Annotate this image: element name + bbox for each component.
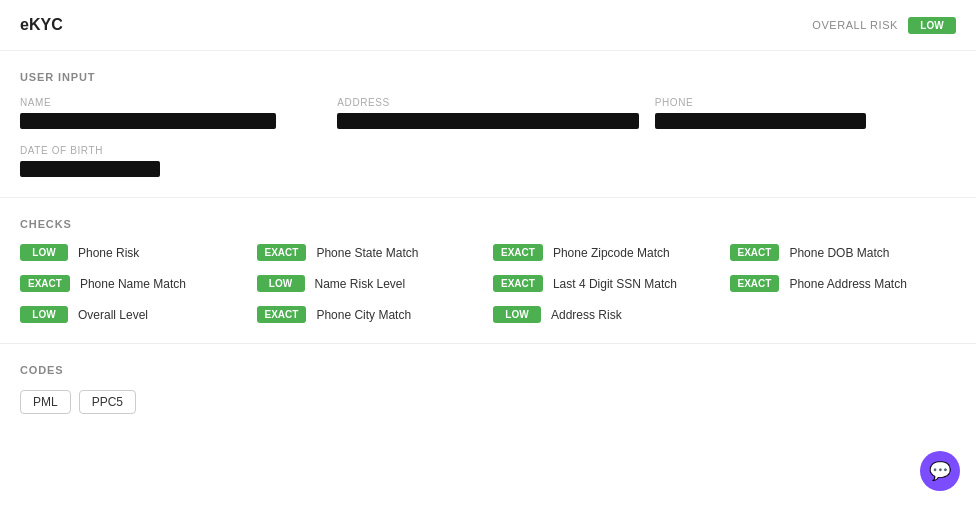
checks-section: CHECKS LOW Phone Risk EXACT Phone State … [0, 198, 976, 343]
user-input-title: USER INPUT [20, 71, 956, 83]
address-value [337, 113, 638, 129]
overall-risk-container: OVERALL RISK LOW [812, 17, 956, 34]
codes-title: CODES [20, 364, 956, 376]
code-badge: PML [20, 390, 71, 414]
check-badge: LOW [20, 306, 68, 323]
check-item: LOW Name Risk Level [257, 275, 484, 292]
check-label: Overall Level [78, 308, 148, 322]
overall-risk-label: OVERALL RISK [812, 19, 898, 31]
check-badge: EXACT [730, 275, 780, 292]
check-label: Phone City Match [316, 308, 411, 322]
code-badge: PPC5 [79, 390, 136, 414]
check-item: EXACT Phone City Match [257, 306, 484, 323]
check-label: Phone Zipcode Match [553, 246, 670, 260]
overall-risk-badge: LOW [908, 17, 956, 34]
name-value [20, 113, 276, 129]
dob-label: DATE OF BIRTH [20, 145, 956, 156]
check-badge: EXACT [493, 275, 543, 292]
check-label: Last 4 Digit SSN Match [553, 277, 677, 291]
check-badge: LOW [493, 306, 541, 323]
phone-field: PHONE [655, 97, 956, 129]
check-badge: EXACT [493, 244, 543, 261]
check-item: LOW Address Risk [493, 306, 720, 323]
phone-label: PHONE [655, 97, 956, 108]
header: eKYC OVERALL RISK LOW [0, 0, 976, 51]
check-label: Phone Name Match [80, 277, 186, 291]
check-item: LOW Phone Risk [20, 244, 247, 261]
user-input-section: USER INPUT NAME ADDRESS PHONE DATE OF BI… [0, 51, 976, 197]
check-item: LOW Overall Level [20, 306, 247, 323]
check-label: Phone State Match [316, 246, 418, 260]
address-label: ADDRESS [337, 97, 638, 108]
check-item: EXACT Phone DOB Match [730, 244, 957, 261]
logo: eKYC [20, 16, 63, 34]
check-badge: EXACT [730, 244, 780, 261]
check-label: Phone DOB Match [789, 246, 889, 260]
codes-row: PMLPPC5 [20, 390, 956, 414]
check-badge: LOW [20, 244, 68, 261]
check-label: Name Risk Level [315, 277, 406, 291]
check-badge: EXACT [257, 244, 307, 261]
check-item: EXACT Phone Address Match [730, 275, 957, 292]
name-field: NAME [20, 97, 321, 129]
check-item: EXACT Phone State Match [257, 244, 484, 261]
check-badge: EXACT [20, 275, 70, 292]
name-label: NAME [20, 97, 321, 108]
check-badge: EXACT [257, 306, 307, 323]
check-label: Address Risk [551, 308, 622, 322]
dob-value [20, 161, 160, 177]
check-item: EXACT Phone Zipcode Match [493, 244, 720, 261]
check-label: Phone Risk [78, 246, 139, 260]
user-input-grid: NAME ADDRESS PHONE [20, 97, 956, 129]
dob-field: DATE OF BIRTH [20, 145, 956, 177]
check-item: EXACT Phone Name Match [20, 275, 247, 292]
checks-title: CHECKS [20, 218, 956, 230]
check-item: EXACT Last 4 Digit SSN Match [493, 275, 720, 292]
address-field: ADDRESS [337, 97, 638, 129]
check-badge: LOW [257, 275, 305, 292]
codes-section: CODES PMLPPC5 [0, 344, 976, 434]
check-label: Phone Address Match [789, 277, 906, 291]
checks-grid: LOW Phone Risk EXACT Phone State Match E… [20, 244, 956, 323]
phone-value [655, 113, 866, 129]
